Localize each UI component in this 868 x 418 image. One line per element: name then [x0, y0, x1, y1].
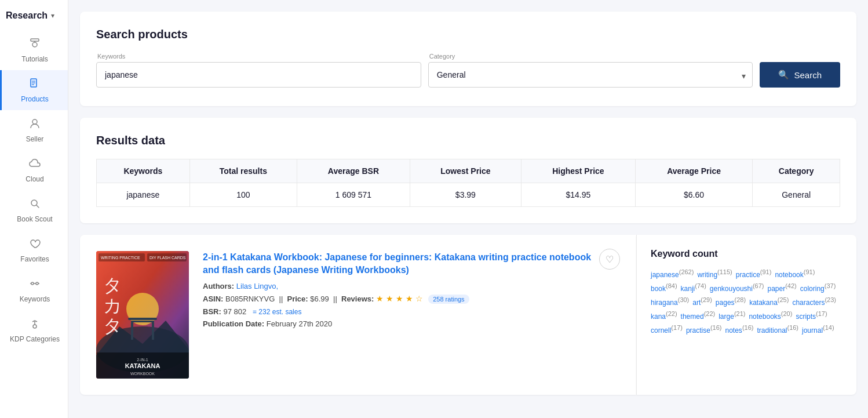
keyword-tag[interactable]: journal(14): [802, 324, 834, 335]
authors-label: Authors:: [203, 282, 236, 290]
product-image-wrapper: WRITING PRACTICE DIY FLASH CARDS タ カ タ 2…: [96, 251, 189, 379]
keyword-tag[interactable]: practice(91): [736, 268, 772, 279]
favorite-button[interactable]: ♡: [599, 249, 620, 270]
seller-label: Seller: [26, 135, 44, 143]
keyword-tag[interactable]: coloring(37): [800, 282, 836, 293]
sidebar-item-products[interactable]: Products: [0, 70, 68, 110]
tutorials-label: Tutorials: [21, 55, 48, 63]
svg-point-11: [36, 282, 38, 285]
keyword-tag[interactable]: japanese(262): [651, 268, 694, 279]
results-section: Results data Keywords Total results Aver…: [80, 118, 856, 223]
svg-rect-25: [131, 322, 133, 340]
keyword-tag[interactable]: writing(115): [697, 268, 732, 279]
product-asin-row: ASIN: B085RNKYVG || Price: $6.99 || Revi…: [203, 294, 620, 304]
product-date-row: Publication Date: February 27th 2020: [203, 319, 620, 328]
keyword-tag[interactable]: cornell(17): [651, 324, 683, 335]
svg-point-7: [32, 119, 37, 124]
svg-text:WORKBOOK: WORKBOOK: [130, 372, 155, 376]
keyword-tag[interactable]: hiragana(30): [651, 296, 689, 307]
keyword-tag[interactable]: genkouyoushi(67): [710, 282, 764, 293]
seller-icon: [28, 117, 41, 133]
products-icon: [28, 77, 41, 93]
results-header-row: Keywords Total results Average BSR Lowes…: [97, 159, 840, 183]
product-authors: Lilas Lingvo,: [236, 282, 278, 290]
keywords-icon: [28, 277, 41, 293]
keyword-tag[interactable]: notes(16): [725, 324, 754, 335]
keyword-tag[interactable]: notebooks(20): [749, 310, 792, 321]
product-bsr: 97 802: [223, 307, 246, 316]
keyword-tag[interactable]: art(29): [692, 296, 712, 307]
svg-text:KATAKANA: KATAKANA: [125, 362, 161, 369]
tutorials-icon: [28, 37, 41, 53]
keyword-tag[interactable]: large(21): [719, 310, 745, 321]
product-publication-date: February 27th 2020: [267, 319, 332, 328]
main-content: Search products Keywords Category Genera…: [68, 0, 868, 418]
keywords-input[interactable]: [96, 62, 421, 88]
svg-line-9: [37, 205, 39, 208]
sidebar-item-seller[interactable]: Seller: [0, 110, 68, 150]
sidebar-header[interactable]: Research ▾: [0, 6, 68, 30]
search-section-title: Search products: [96, 28, 840, 41]
keyword-tag[interactable]: katakana(25): [749, 296, 789, 307]
keyword-tag[interactable]: paper(42): [767, 282, 796, 293]
results-table: Keywords Total results Average BSR Lowes…: [96, 159, 840, 207]
keyword-panel: Keyword count japanese(262) writing(115)…: [636, 235, 856, 395]
product-section: WRITING PRACTICE DIY FLASH CARDS タ カ タ 2…: [80, 235, 856, 395]
svg-text:タ: タ: [103, 315, 122, 336]
svg-rect-23: [128, 318, 157, 320]
cell-keywords: japanese: [97, 183, 190, 207]
product-details: ♡ 2-in-1 Katakana Workbook: Japanese for…: [203, 251, 620, 379]
cell-lowest-price: $3.99: [410, 183, 521, 207]
price-label: Price:: [287, 295, 308, 303]
kdp-categories-icon: [28, 317, 41, 333]
keywords-label: Keywords: [20, 295, 50, 303]
cloud-icon: [28, 157, 41, 173]
col-highest-price: Highest Price: [521, 159, 635, 183]
cloud-label: Cloud: [25, 175, 43, 183]
keyword-tag[interactable]: pages(28): [716, 296, 746, 307]
svg-point-1: [32, 42, 37, 47]
keyword-tag[interactable]: notebook(91): [775, 268, 815, 279]
sidebar: Research ▾ Tutorials Products: [0, 0, 68, 418]
product-bsr-row: BSR: 97 802 = 232 est. sales: [203, 307, 620, 316]
keyword-tag[interactable]: book(84): [651, 282, 677, 293]
svg-text:WRITING PRACTICE: WRITING PRACTICE: [101, 256, 140, 260]
svg-rect-26: [152, 322, 154, 340]
product-title[interactable]: 2-in-1 Katakana Workbook: Japanese for b…: [203, 251, 620, 277]
sidebar-item-book-scout[interactable]: Book Scout: [0, 190, 68, 230]
keyword-tag[interactable]: kanji(74): [681, 282, 706, 293]
reviews-label: Reviews:: [341, 295, 374, 303]
keyword-tags: japanese(262) writing(115) practice(91) …: [651, 268, 843, 335]
book-scout-icon: [28, 197, 41, 213]
svg-point-15: [33, 325, 37, 328]
svg-text:DIY FLASH CARDS: DIY FLASH CARDS: [149, 256, 186, 260]
bsr-label: BSR:: [203, 307, 221, 316]
keyword-panel-title: Keyword count: [651, 249, 843, 259]
cell-total-results[interactable]: 100: [189, 183, 297, 207]
keyword-tag[interactable]: practise(16): [686, 324, 722, 335]
favorites-label: Favorites: [20, 255, 49, 263]
sidebar-item-tutorials[interactable]: Tutorials: [0, 30, 68, 70]
table-row: japanese 100 1 609 571 $3.99 $14.95 $6.6…: [97, 183, 840, 207]
sidebar-item-cloud[interactable]: Cloud: [0, 150, 68, 190]
keyword-tag[interactable]: characters(23): [792, 296, 836, 307]
sidebar-item-keywords[interactable]: Keywords: [0, 270, 68, 310]
publication-label: Publication Date:: [203, 319, 264, 328]
product-price: $6.99: [310, 295, 329, 303]
keywords-label: Keywords: [96, 53, 421, 60]
search-button-label: Search: [794, 70, 822, 80]
sidebar-title: Research: [6, 10, 48, 21]
svg-text:2-IN-1: 2-IN-1: [137, 358, 148, 362]
keyword-tag[interactable]: traditional(16): [757, 324, 798, 335]
cell-average-price: $6.60: [635, 183, 752, 207]
svg-rect-0: [31, 39, 39, 41]
search-button[interactable]: 🔍 Search: [760, 62, 840, 88]
sidebar-item-favorites[interactable]: Favorites: [0, 230, 68, 270]
col-category: Category: [753, 159, 840, 183]
keyword-tag[interactable]: themed(22): [681, 310, 716, 321]
category-select[interactable]: General Books Kindle Toys & Games: [428, 62, 753, 88]
keyword-tag[interactable]: kana(22): [651, 310, 677, 321]
product-image: WRITING PRACTICE DIY FLASH CARDS タ カ タ 2…: [96, 251, 189, 379]
sidebar-item-kdp-categories[interactable]: KDP Categories: [0, 310, 68, 350]
keyword-tag[interactable]: scripts(17): [796, 310, 827, 321]
